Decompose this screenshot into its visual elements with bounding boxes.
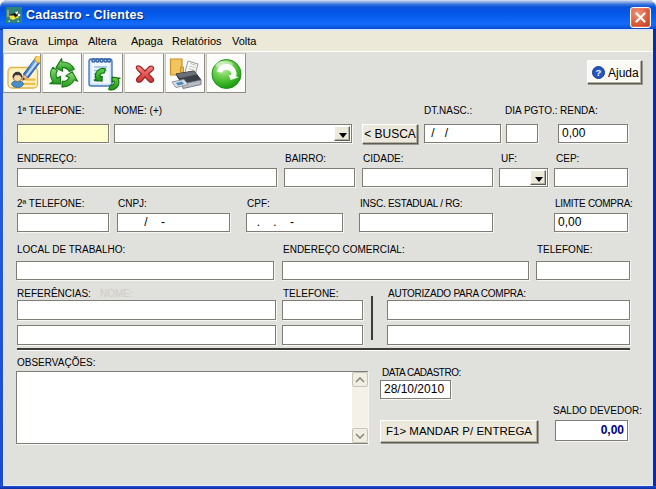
svg-text:?: ? — [596, 67, 602, 78]
